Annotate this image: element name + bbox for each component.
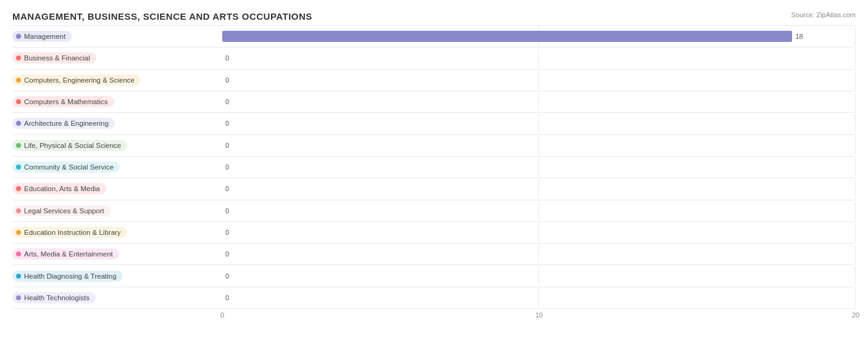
bar-label-comp-math: Computers & Mathematics xyxy=(24,98,108,105)
bar-track-life: 0 xyxy=(222,136,856,155)
pill-dot-comp-eng xyxy=(16,78,21,83)
pill-dot-edu-arts xyxy=(16,186,21,191)
bar-section-health-diag: 0 xyxy=(222,266,856,285)
bar-track-arts-media: 0 xyxy=(222,245,856,263)
bar-value-comp-math: 0 xyxy=(225,98,229,105)
bar-label-management: Management xyxy=(24,33,65,40)
bar-section-comp-eng: 0 xyxy=(222,71,856,89)
x-axis: 0 10 20 xyxy=(222,309,856,311)
bar-section-edu-inst: 0 xyxy=(222,223,856,242)
label-pill-community: Community & Social Service xyxy=(12,162,120,173)
bar-label-life: Life, Physical & Social Science xyxy=(24,142,121,149)
bar-row-business: Business & Financial0 xyxy=(12,47,856,69)
bar-value-health-tech: 0 xyxy=(225,294,229,301)
bar-value-edu-arts: 0 xyxy=(225,185,229,192)
bar-section-life: 0 xyxy=(222,136,856,155)
bar-label-arch: Architecture & Engineering xyxy=(24,120,109,127)
bar-value-management: 18 xyxy=(795,33,803,40)
bar-label-edu-arts: Education, Arts & Media xyxy=(24,185,100,192)
pill-dot-community xyxy=(16,165,21,170)
bar-section-arts-media: 0 xyxy=(222,245,856,263)
bar-label-arts-media: Arts, Media & Entertainment xyxy=(24,250,113,258)
bar-track-edu-inst: 0 xyxy=(222,223,856,242)
label-container-arch: Architecture & Engineering xyxy=(12,118,222,129)
chart-container: MANAGEMENT, BUSINESS, SCIENCE AND ARTS O… xyxy=(0,0,868,344)
label-container-community: Community & Social Service xyxy=(12,162,222,173)
label-pill-edu-arts: Education, Arts & Media xyxy=(12,183,106,194)
pill-dot-arts-media xyxy=(16,252,21,256)
bar-track-community: 0 xyxy=(222,158,856,176)
label-container-life: Life, Physical & Social Science xyxy=(12,140,222,151)
pill-dot-comp-math xyxy=(16,99,21,104)
bar-row-edu-inst: Education Instruction & Library0 xyxy=(12,222,856,244)
bar-value-arch: 0 xyxy=(225,120,229,127)
pill-dot-health-tech xyxy=(16,295,21,300)
label-pill-life: Life, Physical & Social Science xyxy=(12,140,127,151)
bar-section-legal: 0 xyxy=(222,202,856,220)
label-pill-legal: Legal Services & Support xyxy=(12,205,111,216)
bar-section-arch: 0 xyxy=(222,114,856,133)
label-pill-health-diag: Health Diagnosing & Treating xyxy=(12,271,123,282)
pill-dot-arch xyxy=(16,121,21,126)
bar-section-health-tech: 0 xyxy=(222,289,856,307)
bar-row-legal: Legal Services & Support0 xyxy=(12,200,856,222)
bar-row-life: Life, Physical & Social Science0 xyxy=(12,135,856,157)
label-container-comp-eng: Computers, Engineering & Science xyxy=(12,75,222,86)
bar-value-life: 0 xyxy=(225,142,229,149)
bar-track-edu-arts: 0 xyxy=(222,179,856,198)
label-container-legal: Legal Services & Support xyxy=(12,205,222,216)
bar-fill-management xyxy=(222,31,792,42)
bar-value-edu-inst: 0 xyxy=(225,229,229,236)
bar-row-health-diag: Health Diagnosing & Treating0 xyxy=(12,265,856,287)
label-pill-business: Business & Financial xyxy=(12,52,96,63)
label-container-business: Business & Financial xyxy=(12,52,222,63)
bar-row-comp-eng: Computers, Engineering & Science0 xyxy=(12,70,856,91)
bar-row-comp-math: Computers & Mathematics0 xyxy=(12,91,856,113)
x-axis-label-20: 20 xyxy=(852,311,859,319)
pill-dot-business xyxy=(16,55,21,60)
label-container-health-tech: Health Technologists xyxy=(12,292,222,303)
x-axis-label-10: 10 xyxy=(535,311,543,319)
bar-track-health-tech: 0 xyxy=(222,289,856,307)
label-container-health-diag: Health Diagnosing & Treating xyxy=(12,271,222,282)
bar-track-business: 0 xyxy=(222,49,856,67)
bar-label-business: Business & Financial xyxy=(24,54,90,62)
bar-label-edu-inst: Education Instruction & Library xyxy=(24,229,121,236)
bar-row-management: Management18 xyxy=(12,25,856,47)
label-pill-health-tech: Health Technologists xyxy=(12,292,96,303)
bar-section-management: 18 xyxy=(222,27,856,46)
label-pill-comp-math: Computers & Mathematics xyxy=(12,96,114,107)
bar-value-legal: 0 xyxy=(225,207,229,215)
label-container-management: Management xyxy=(12,31,222,42)
bar-track-management: 18 xyxy=(222,27,856,46)
bar-row-arts-media: Arts, Media & Entertainment0 xyxy=(12,244,856,265)
label-container-arts-media: Arts, Media & Entertainment xyxy=(12,248,222,260)
bar-row-community: Community & Social Service0 xyxy=(12,157,856,178)
label-pill-arch: Architecture & Engineering xyxy=(12,118,115,129)
bar-value-arts-media: 0 xyxy=(225,250,229,258)
bar-value-health-diag: 0 xyxy=(225,272,229,280)
pill-dot-health-diag xyxy=(16,274,21,279)
label-container-edu-inst: Education Instruction & Library xyxy=(12,227,222,238)
bar-track-arch: 0 xyxy=(222,114,856,133)
bar-row-arch: Architecture & Engineering0 xyxy=(12,113,856,134)
label-container-edu-arts: Education, Arts & Media xyxy=(12,183,222,194)
label-pill-comp-eng: Computers, Engineering & Science xyxy=(12,75,141,86)
bar-track-comp-eng: 0 xyxy=(222,71,856,89)
bar-label-community: Community & Social Service xyxy=(24,163,114,171)
bar-value-comp-eng: 0 xyxy=(225,76,229,84)
chart-title: MANAGEMENT, BUSINESS, SCIENCE AND ARTS O… xyxy=(12,11,856,22)
bar-label-health-diag: Health Diagnosing & Treating xyxy=(24,272,117,280)
pill-dot-management xyxy=(16,34,21,39)
bar-section-business: 0 xyxy=(222,49,856,67)
chart-source: Source: ZipAtlas.com xyxy=(791,11,856,18)
bar-value-business: 0 xyxy=(225,54,229,62)
bar-track-legal: 0 xyxy=(222,202,856,220)
label-pill-management: Management xyxy=(12,31,72,42)
bar-label-comp-eng: Computers, Engineering & Science xyxy=(24,76,135,84)
bar-row-health-tech: Health Technologists0 xyxy=(12,287,856,309)
bar-track-comp-math: 0 xyxy=(222,92,856,111)
bar-label-health-tech: Health Technologists xyxy=(24,294,90,301)
x-axis-label-0: 0 xyxy=(220,311,224,319)
pill-dot-life xyxy=(16,143,21,148)
